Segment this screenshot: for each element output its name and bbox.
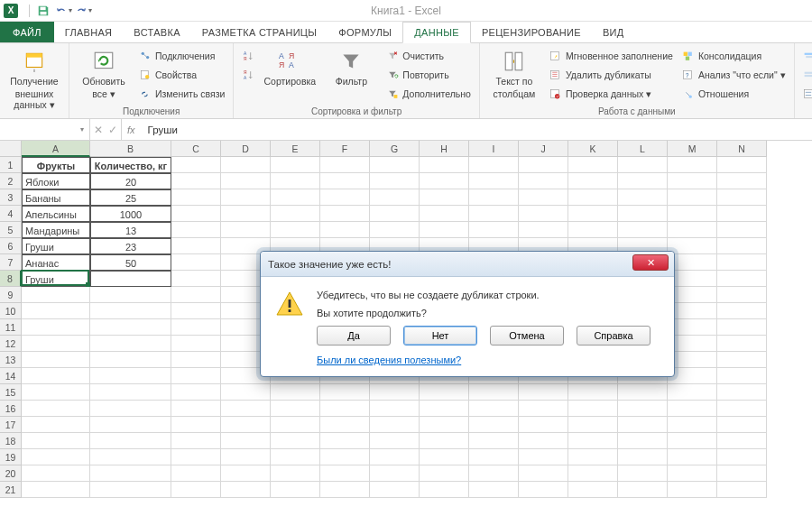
cell[interactable] xyxy=(221,449,271,465)
column-header-M[interactable]: M xyxy=(668,141,717,157)
tab-вид[interactable]: ВИД xyxy=(592,22,635,42)
text-to-columns-button[interactable]: Текст постолбцам xyxy=(485,47,543,101)
cell[interactable] xyxy=(221,417,271,433)
cell[interactable] xyxy=(370,173,420,189)
undo-button[interactable]: ▾ xyxy=(53,2,73,20)
cell[interactable] xyxy=(22,465,90,482)
cell[interactable] xyxy=(171,352,221,368)
cell-B2[interactable]: 20 xyxy=(90,173,171,189)
cell[interactable] xyxy=(90,384,171,401)
cell[interactable] xyxy=(420,173,469,189)
column-header-I[interactable]: I xyxy=(469,141,519,157)
cell[interactable] xyxy=(221,222,271,238)
dialog-titlebar[interactable]: Такое значение уже есть! ✕ xyxy=(261,252,674,277)
row-header-14[interactable]: 14 xyxy=(0,368,22,384)
cell[interactable] xyxy=(420,482,469,498)
tab-данные[interactable]: ДАННЫЕ xyxy=(402,22,471,43)
cell[interactable] xyxy=(668,287,717,303)
cell[interactable] xyxy=(519,417,568,433)
cell-B7[interactable]: 50 xyxy=(90,254,171,271)
cell[interactable] xyxy=(171,222,221,238)
row-header-9[interactable]: 9 xyxy=(0,287,22,303)
sort-za-button[interactable]: ЯA xyxy=(239,66,257,84)
cell-B4[interactable]: 1000 xyxy=(90,206,171,222)
column-header-E[interactable]: E xyxy=(271,141,320,157)
row-header-1[interactable]: 1 xyxy=(0,157,22,173)
cell-A5[interactable]: Мандарины xyxy=(22,222,90,238)
cell[interactable] xyxy=(171,433,221,449)
cell-B8[interactable] xyxy=(90,271,171,287)
cell[interactable] xyxy=(618,401,668,417)
cell[interactable] xyxy=(370,401,420,417)
sort-button[interactable]: AЯЯAСортировка xyxy=(261,47,318,88)
cell[interactable] xyxy=(171,417,221,433)
cell[interactable] xyxy=(717,319,767,336)
cell[interactable] xyxy=(717,254,767,271)
cell[interactable] xyxy=(22,303,90,319)
subtotal-button[interactable]: Промеж xyxy=(800,85,812,103)
cell[interactable] xyxy=(90,465,171,482)
cell[interactable] xyxy=(221,482,271,498)
dialog-close-button[interactable]: ✕ xyxy=(632,254,669,271)
cell[interactable] xyxy=(519,465,568,482)
cell[interactable] xyxy=(320,482,370,498)
group-button[interactable]: Группир xyxy=(800,47,812,65)
cell[interactable] xyxy=(519,482,568,498)
cell[interactable] xyxy=(320,189,370,206)
cell[interactable] xyxy=(221,401,271,417)
cell[interactable] xyxy=(370,465,420,482)
cell[interactable] xyxy=(568,465,618,482)
cell[interactable] xyxy=(271,173,320,189)
tab-разметка страницы[interactable]: РАЗМЕТКА СТРАНИЦЫ xyxy=(191,22,328,42)
cell[interactable] xyxy=(568,157,618,173)
cell[interactable] xyxy=(370,449,420,465)
cell[interactable] xyxy=(668,449,717,465)
cell[interactable] xyxy=(469,482,519,498)
sort-az-button[interactable]: AЯ xyxy=(239,47,257,65)
cell[interactable] xyxy=(668,433,717,449)
cell[interactable] xyxy=(90,336,171,352)
cell[interactable] xyxy=(668,173,717,189)
cell[interactable] xyxy=(568,417,618,433)
cell-A2[interactable]: Яблоки xyxy=(22,173,90,189)
data-valid-button[interactable]: Проверка данных ▾ xyxy=(547,85,676,103)
cell[interactable] xyxy=(90,482,171,498)
cell[interactable] xyxy=(221,384,271,401)
cell[interactable] xyxy=(171,238,221,254)
cell[interactable] xyxy=(221,189,271,206)
cell[interactable] xyxy=(717,417,767,433)
cell[interactable] xyxy=(171,271,221,287)
tab-рецензирование[interactable]: РЕЦЕНЗИРОВАНИЕ xyxy=(471,22,592,42)
cell[interactable] xyxy=(618,482,668,498)
cell[interactable] xyxy=(717,303,767,319)
dialog-no-button[interactable]: Нет xyxy=(403,326,477,346)
cell[interactable] xyxy=(171,449,221,465)
cell[interactable] xyxy=(668,336,717,352)
cell[interactable] xyxy=(668,384,717,401)
cell[interactable] xyxy=(221,433,271,449)
cell[interactable] xyxy=(469,433,519,449)
cell[interactable] xyxy=(519,449,568,465)
cell[interactable] xyxy=(171,336,221,352)
cell[interactable] xyxy=(320,465,370,482)
filter-button[interactable]: Фильтр xyxy=(322,47,380,88)
cell[interactable] xyxy=(618,384,668,401)
get-external-button[interactable]: Получениевнешних данных ▾ xyxy=(5,47,63,112)
column-header-D[interactable]: D xyxy=(221,141,271,157)
cell[interactable] xyxy=(320,433,370,449)
relationships-button[interactable]: Отношения xyxy=(679,85,789,103)
column-header-C[interactable]: C xyxy=(171,141,221,157)
cell[interactable] xyxy=(519,189,568,206)
row-header-16[interactable]: 16 xyxy=(0,401,22,417)
cell[interactable] xyxy=(370,222,420,238)
fx-icon[interactable]: fx xyxy=(122,124,143,135)
cell[interactable] xyxy=(171,319,221,336)
flash-fill-button[interactable]: Мгновенное заполнение xyxy=(547,47,676,65)
cell[interactable] xyxy=(469,465,519,482)
cell[interactable] xyxy=(519,206,568,222)
dialog-feedback-link[interactable]: Были ли сведения полезными? xyxy=(317,355,461,365)
cell[interactable] xyxy=(469,417,519,433)
column-header-F[interactable]: F xyxy=(320,141,370,157)
cell[interactable] xyxy=(420,189,469,206)
cell-B5[interactable]: 13 xyxy=(90,222,171,238)
